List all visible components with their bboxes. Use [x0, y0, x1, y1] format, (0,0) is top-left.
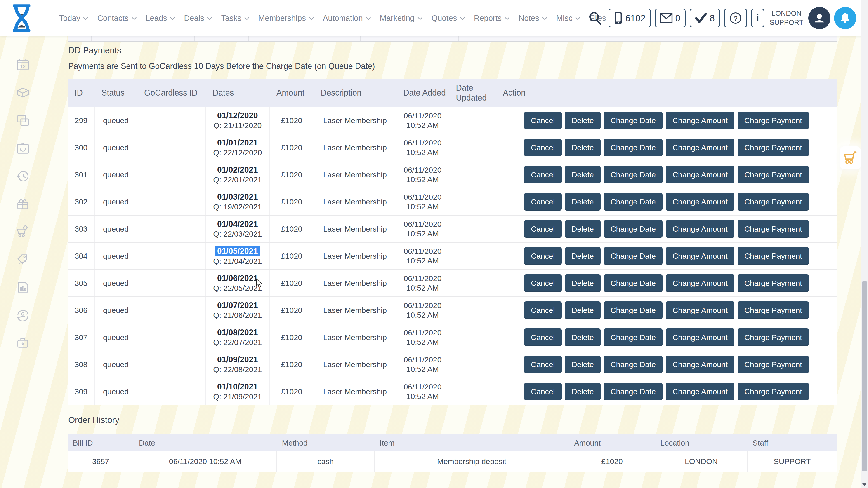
charge-payment-button[interactable]: Charge Payment: [738, 356, 809, 373]
change-date-button[interactable]: Change Date: [604, 193, 662, 210]
info-badge[interactable]: i: [751, 9, 764, 27]
mail-badge[interactable]: 0: [655, 9, 686, 27]
delete-button[interactable]: Delete: [565, 166, 600, 184]
nav-item-notes[interactable]: Notes: [519, 13, 546, 23]
scrollbar-track[interactable]: [861, 0, 868, 488]
person-sync-icon[interactable]: [16, 307, 30, 322]
payment-amount: £1020: [270, 107, 314, 134]
app-logo-hourglass-icon[interactable]: [11, 4, 33, 33]
change-amount-button[interactable]: Change Amount: [666, 247, 735, 265]
nav-item-automation[interactable]: Automation: [323, 13, 369, 23]
help-badge[interactable]: ?: [724, 9, 747, 27]
phone-calls-badge[interactable]: 6102: [609, 9, 651, 27]
scrollbar-thumb[interactable]: [862, 281, 867, 471]
charge-payment-button[interactable]: Charge Payment: [738, 111, 809, 129]
cancel-button[interactable]: Cancel: [524, 301, 562, 319]
nav-item-contacts[interactable]: Contacts: [97, 13, 135, 23]
search-icon[interactable]: [588, 11, 602, 25]
nav-item-tasks[interactable]: Tasks: [221, 13, 248, 23]
cancel-button[interactable]: Cancel: [524, 139, 562, 156]
payment-dates: 01/12/2020 Q: 21/11/2020: [206, 107, 270, 134]
charge-payment-button[interactable]: Charge Payment: [738, 383, 809, 400]
delete-button[interactable]: Delete: [565, 139, 600, 156]
delete-button[interactable]: Delete: [565, 328, 600, 346]
change-date-button[interactable]: Change Date: [604, 166, 662, 184]
case-lock-icon[interactable]: [16, 335, 30, 350]
delete-button[interactable]: Delete: [565, 220, 600, 238]
cancel-button[interactable]: Cancel: [524, 274, 562, 292]
change-date-button[interactable]: Change Date: [604, 139, 662, 156]
charge-payment-button[interactable]: Charge Payment: [738, 166, 809, 184]
change-amount-button[interactable]: Change Amount: [666, 328, 735, 346]
change-amount-button[interactable]: Change Amount: [666, 274, 735, 292]
gift-icon[interactable]: [16, 196, 30, 211]
delete-button[interactable]: Delete: [565, 301, 600, 319]
history-icon[interactable]: [16, 168, 30, 184]
change-amount-button[interactable]: Change Amount: [666, 193, 735, 210]
delete-button[interactable]: Delete: [565, 356, 600, 373]
cancel-button[interactable]: Cancel: [524, 111, 562, 129]
nav-item-deals[interactable]: Deals: [184, 13, 211, 23]
delete-button[interactable]: Delete: [565, 247, 600, 265]
cancel-button[interactable]: Cancel: [524, 247, 562, 265]
nav-item-reports[interactable]: Reports: [474, 13, 508, 23]
shopping-cart-fab[interactable]: [840, 147, 861, 169]
change-date-button[interactable]: Change Date: [604, 111, 662, 129]
cancel-button[interactable]: Cancel: [524, 356, 562, 373]
delete-button[interactable]: Delete: [565, 193, 600, 210]
change-amount-button[interactable]: Change Amount: [666, 301, 735, 319]
change-amount-button[interactable]: Change Amount: [666, 220, 735, 238]
scrollbar-down-arrow[interactable]: [862, 483, 867, 486]
chevron-down-icon: [366, 15, 371, 20]
tasks-badge[interactable]: 8: [690, 9, 720, 27]
change-date-button[interactable]: Change Date: [604, 383, 662, 400]
payment-amount: £1020: [270, 297, 314, 324]
copy-pages-icon[interactable]: [16, 113, 30, 128]
nav-item-memberships[interactable]: Memberships: [258, 13, 312, 23]
charge-payment-button[interactable]: Charge Payment: [738, 220, 809, 238]
charge-payment-button[interactable]: Charge Payment: [738, 328, 809, 346]
change-amount-button[interactable]: Change Amount: [666, 356, 735, 373]
cancel-button[interactable]: Cancel: [524, 383, 562, 400]
cancel-button[interactable]: Cancel: [524, 220, 562, 238]
change-amount-button[interactable]: Change Amount: [666, 383, 735, 400]
nav-item-marketing[interactable]: Marketing: [380, 13, 421, 23]
calendar-12-icon[interactable]: 12: [16, 57, 30, 72]
price-tags-icon[interactable]: [16, 252, 30, 267]
change-date-button[interactable]: Change Date: [604, 274, 662, 292]
change-date-button[interactable]: Change Date: [604, 356, 662, 373]
cart-gear-icon[interactable]: [16, 224, 30, 239]
cancel-button[interactable]: Cancel: [524, 193, 562, 210]
payment-dates: 01/07/2021 Q: 21/06/2021: [206, 297, 270, 324]
change-amount-button[interactable]: Change Amount: [666, 111, 735, 129]
cancel-button[interactable]: Cancel: [524, 328, 562, 346]
calendar-renew-icon[interactable]: [16, 141, 30, 156]
change-date-button[interactable]: Change Date: [604, 328, 662, 346]
payment-amount: £1020: [270, 161, 314, 188]
nav-item-today[interactable]: Today: [59, 13, 87, 23]
nav-item-misc[interactable]: Misc: [556, 13, 579, 23]
change-date-button[interactable]: Change Date: [604, 247, 662, 265]
cancel-button[interactable]: Cancel: [524, 166, 562, 184]
notifications-button[interactable]: [834, 7, 856, 29]
delete-button[interactable]: Delete: [565, 274, 600, 292]
change-amount-button[interactable]: Change Amount: [666, 166, 735, 184]
charge-payment-button[interactable]: Charge Payment: [738, 139, 809, 156]
change-date-button[interactable]: Change Date: [604, 220, 662, 238]
charge-payment-button[interactable]: Charge Payment: [738, 301, 809, 319]
charge-payment-button[interactable]: Charge Payment: [738, 193, 809, 210]
payment-status: queued: [95, 351, 137, 378]
user-avatar[interactable]: [808, 7, 831, 29]
payment-amount: £1020: [270, 242, 314, 269]
delete-button[interactable]: Delete: [565, 383, 600, 400]
nav-item-quotes[interactable]: Quotes: [432, 13, 464, 23]
nav-item-leads[interactable]: Leads: [146, 13, 174, 23]
charge-payment-button[interactable]: Charge Payment: [738, 274, 809, 292]
report-doc-icon[interactable]: [16, 280, 30, 295]
change-amount-button[interactable]: Change Amount: [666, 139, 735, 156]
delete-button[interactable]: Delete: [565, 111, 600, 129]
package-icon[interactable]: [16, 85, 30, 100]
charge-payment-button[interactable]: Charge Payment: [738, 247, 809, 265]
chevron-down-icon: [207, 15, 212, 20]
change-date-button[interactable]: Change Date: [604, 301, 662, 319]
